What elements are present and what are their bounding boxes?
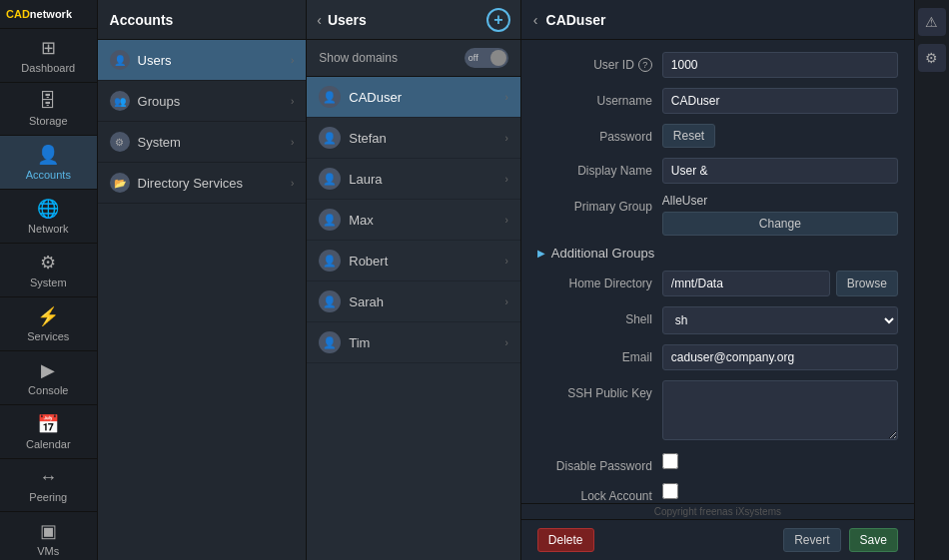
sidebar-items: ⊞ Dashboard 🗄 Storage 👤 Accounts 🌐 Netwo… xyxy=(0,29,97,560)
home-directory-browse-button[interactable]: Browse xyxy=(836,271,898,296)
stefan-chevron-icon: › xyxy=(505,133,508,144)
email-value xyxy=(662,344,898,370)
second-panel-items: 👤 Users › 👥 Groups › ⚙ System › 📂 Direct… xyxy=(98,40,307,560)
users-chevron-icon: › xyxy=(291,55,294,66)
stefan-name: Stefan xyxy=(349,131,496,146)
sidebar-item-dashboard[interactable]: ⊞ Dashboard xyxy=(0,29,97,83)
back-button[interactable]: ‹ xyxy=(317,12,322,28)
sidebar-label-services: Services xyxy=(27,330,69,342)
detail-back-button[interactable]: ‹ xyxy=(533,12,538,28)
password-label: Password xyxy=(537,124,652,144)
app-logo: CADnetwork xyxy=(0,0,97,29)
right-panel: ⚠ ⚙ xyxy=(914,0,949,560)
disable-password-label: Disable Password xyxy=(537,453,652,473)
laura-chevron-icon: › xyxy=(505,174,508,185)
sarah-avatar: 👤 xyxy=(319,290,341,312)
primary-group-row: Primary Group AlleUser Change xyxy=(537,194,898,236)
home-directory-row: Home Directory Browse xyxy=(537,271,898,296)
additional-groups-row[interactable]: ▶ Additional Groups xyxy=(537,246,898,261)
menu-item-users[interactable]: 👤 Users › xyxy=(98,40,307,81)
primary-group-content: AlleUser Change xyxy=(662,194,898,236)
groups-chevron-icon: › xyxy=(291,96,294,107)
laura-avatar: 👤 xyxy=(319,168,341,190)
sidebar-item-calendar[interactable]: 📅 Calendar xyxy=(0,405,97,459)
show-domains-row: Show domains off xyxy=(307,40,520,77)
user-id-help-icon[interactable]: ? xyxy=(638,58,652,72)
display-name-input[interactable] xyxy=(662,158,898,184)
toggle-knob xyxy=(490,50,506,66)
user-item-tim[interactable]: 👤 Tim › xyxy=(307,322,520,363)
peering-icon: ↔ xyxy=(39,467,57,488)
sarah-name: Sarah xyxy=(349,294,496,309)
sidebar-item-services[interactable]: ⚡ Services xyxy=(0,297,97,351)
calendar-icon: 📅 xyxy=(37,413,59,435)
robert-avatar: 👤 xyxy=(319,250,341,272)
lock-account-checkbox[interactable] xyxy=(662,483,678,499)
disable-password-value xyxy=(662,453,898,472)
sidebar-item-peering[interactable]: ↔ Peering xyxy=(0,459,97,512)
user-item-caduser[interactable]: 👤 CADuser › xyxy=(307,77,520,118)
menu-item-groups[interactable]: 👥 Groups › xyxy=(98,81,307,122)
copyright-text: Copyright freenas iXsystems xyxy=(521,504,914,519)
user-item-robert[interactable]: 👤 Robert › xyxy=(307,241,520,281)
robert-chevron-icon: › xyxy=(505,256,508,267)
system-menu-icon: ⚙ xyxy=(110,132,130,152)
system-chevron-icon: › xyxy=(291,137,294,148)
password-reset-button[interactable]: Reset xyxy=(662,124,715,148)
dashboard-icon: ⊞ xyxy=(41,37,56,59)
menu-item-system[interactable]: ⚙ System › xyxy=(98,122,307,163)
revert-button[interactable]: Revert xyxy=(783,528,840,552)
user-id-input[interactable] xyxy=(662,52,898,78)
menu-item-directory-services[interactable]: 📂 Directory Services › xyxy=(98,163,307,204)
users-menu-label: Users xyxy=(138,53,283,68)
user-id-value xyxy=(662,52,898,78)
sidebar-item-vms[interactable]: ▣ VMs xyxy=(0,512,97,560)
disable-password-checkbox[interactable] xyxy=(662,453,678,469)
sidebar-item-system[interactable]: ⚙ System xyxy=(0,244,97,297)
shell-label: Shell xyxy=(537,306,652,326)
second-panel-header: Accounts xyxy=(98,0,307,40)
sidebar-item-console[interactable]: ▶ Console xyxy=(0,351,97,405)
tim-name: Tim xyxy=(349,335,496,350)
logo-text: CADnetwork xyxy=(6,8,72,20)
user-item-stefan[interactable]: 👤 Stefan › xyxy=(307,118,520,159)
shell-select[interactable]: sh bash zsh csh xyxy=(662,306,898,334)
stefan-avatar: 👤 xyxy=(319,127,341,149)
add-user-button[interactable]: + xyxy=(486,8,510,32)
user-item-max[interactable]: 👤 Max › xyxy=(307,200,520,241)
sidebar-item-accounts[interactable]: 👤 Accounts xyxy=(0,136,97,190)
sidebar-label-vms: VMs xyxy=(37,545,59,557)
user-item-laura[interactable]: 👤 Laura › xyxy=(307,159,520,200)
password-value: Reset xyxy=(662,124,898,148)
settings-icon[interactable]: ⚙ xyxy=(918,44,946,72)
email-input[interactable] xyxy=(662,344,898,370)
console-icon: ▶ xyxy=(41,359,55,381)
caduser-name: CADuser xyxy=(349,90,496,105)
groups-menu-label: Groups xyxy=(138,94,283,109)
storage-icon: 🗄 xyxy=(39,91,57,112)
additional-groups-arrow-icon: ▶ xyxy=(537,248,545,259)
disable-password-row: Disable Password xyxy=(537,453,898,473)
user-list: 👤 CADuser › 👤 Stefan › 👤 Laura › 👤 Max ›… xyxy=(307,77,520,560)
display-name-label: Display Name xyxy=(537,158,652,178)
show-domains-toggle[interactable]: off xyxy=(465,48,508,68)
username-input[interactable] xyxy=(662,88,898,114)
ssh-key-row: SSH Public Key xyxy=(537,380,898,443)
email-label: Email xyxy=(537,344,652,364)
system-menu-label: System xyxy=(138,135,283,150)
caduser-avatar: 👤 xyxy=(319,86,341,108)
alert-icon[interactable]: ⚠ xyxy=(918,8,946,36)
sidebar-item-network[interactable]: 🌐 Network xyxy=(0,190,97,244)
sidebar-label-console: Console xyxy=(28,384,68,396)
ssh-key-textarea[interactable] xyxy=(662,380,898,440)
save-button[interactable]: Save xyxy=(849,528,898,552)
show-domains-label: Show domains xyxy=(319,51,457,65)
delete-button[interactable]: Delete xyxy=(537,528,594,552)
sidebar-label-dashboard: Dashboard xyxy=(21,62,75,74)
sidebar-item-storage[interactable]: 🗄 Storage xyxy=(0,83,97,136)
user-item-sarah[interactable]: 👤 Sarah › xyxy=(307,281,520,322)
primary-group-change-button[interactable]: Change xyxy=(662,212,898,236)
home-directory-input[interactable] xyxy=(662,271,830,296)
second-panel-title: Accounts xyxy=(110,12,174,28)
services-icon: ⚡ xyxy=(37,305,59,327)
